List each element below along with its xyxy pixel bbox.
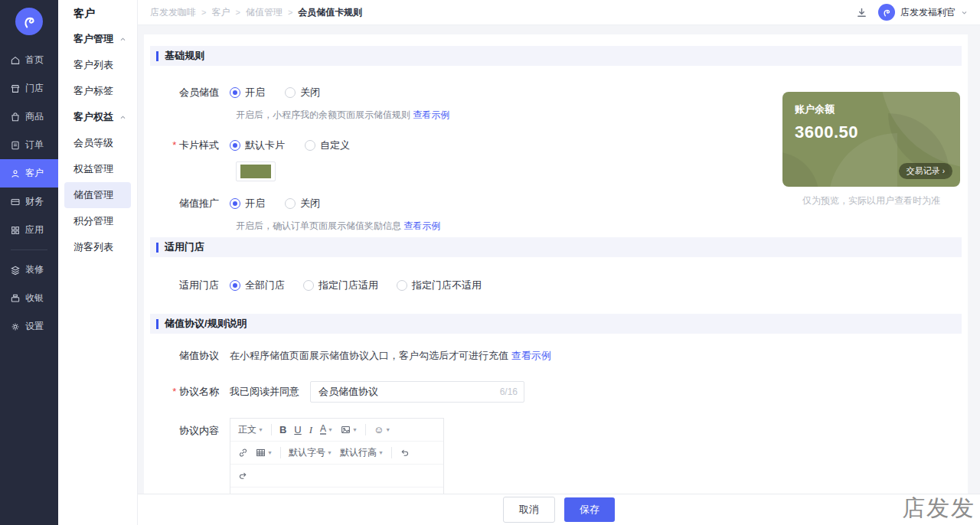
nav-label: 门店 [25,82,44,95]
section-applicable-stores: 适用门店 [150,237,962,257]
breadcrumb-item[interactable]: 客户 [211,6,230,19]
radio-label: 开启 [245,197,265,210]
logo-squiggle-icon [21,13,38,30]
nav-item-products[interactable]: 商品 [0,103,58,131]
content-panel: 基础规则 会员储值 开启 关闭 开启后，小程序我的余额页面展示储值规则 查看示例… [144,34,968,525]
font-size-dropdown[interactable]: 默认字号▼ [289,446,332,459]
radio-member-stored-on[interactable]: 开启 [230,86,265,99]
nav-item-orders[interactable]: 订单 [0,131,58,159]
nav-item-stores[interactable]: 门店 [0,74,58,103]
radio-circle [230,87,240,98]
nav-item-cashier[interactable]: 收银 [0,284,58,312]
submenu-item-label: 储值管理 [74,188,113,202]
card-color-picker[interactable] [236,161,276,181]
caret-down-icon: ▼ [378,450,384,455]
primary-sidebar: 首页 门店 商品 订单 客户 财务 应用 装修 [0,0,58,525]
section-basic-rules: 基础规则 [150,46,962,66]
nav-item-finance[interactable]: 财务 [0,188,58,216]
field-label: 协议名称 [156,385,219,399]
field-applicable-stores: 适用门店 全部门店 指定门店适用 指定门店不适用 [150,279,962,292]
submenu-item-points[interactable]: 积分管理 [58,208,137,234]
card-pattern [782,152,819,187]
submenu-item-visitor-list[interactable]: 游客列表 [58,234,137,260]
breadcrumb-current: 会员储值卡规则 [298,6,362,19]
char-counter: 6/16 [500,386,518,397]
radio-card-default[interactable]: 默认卡片 [230,139,285,152]
caret-down-icon: ▼ [385,427,390,432]
toolbar-divider [280,447,281,458]
nav-item-decorate[interactable]: 装修 [0,256,58,284]
radio-promotion-on[interactable]: 开启 [230,197,265,210]
submenu-item-member-level[interactable]: 会员等级 [58,130,137,156]
section-title: 基础规则 [165,49,204,63]
image-dropdown[interactable]: ▼ [341,425,358,435]
agreement-name-input[interactable] [310,381,524,403]
agreement-prefix: 我已阅读并同意 [230,385,299,399]
radio-exclude-stores[interactable]: 指定门店不适用 [397,279,482,292]
submenu-item-benefit-management[interactable]: 权益管理 [58,156,137,182]
field-agreement-name: 协议名称 我已阅读并同意 6/16 [150,381,962,403]
submenu-item-label: 游客列表 [74,240,113,254]
gear-icon [10,321,21,332]
submenu-item-label: 积分管理 [74,214,113,228]
radio-promotion-off[interactable]: 关闭 [285,197,320,210]
nav-item-settings[interactable]: 设置 [0,312,58,341]
section-accent-bar [156,243,158,253]
font-color-dropdown[interactable]: A▼ [320,425,333,435]
submenu-item-customer-list[interactable]: 客户列表 [58,52,137,78]
main-area: 基础规则 会员储值 开启 关闭 开启后，小程序我的余额页面展示储值规则 查看示例… [138,25,980,525]
submenu-group-customer-management[interactable]: 客户管理 [58,26,137,52]
logo-squiggle-icon [881,7,892,18]
submenu-group-customer-benefits[interactable]: 客户权益 [58,104,137,130]
undo-button[interactable] [400,448,410,458]
preview-note: 仅为预览，实际以用户查看时为准 [782,194,960,207]
cash-register-icon [10,293,21,304]
radio-include-stores[interactable]: 指定门店适用 [303,279,378,292]
radio-card-custom[interactable]: 自定义 [305,139,350,152]
submenu-item-stored-value[interactable]: 储值管理 [64,182,131,208]
paragraph-style-dropdown[interactable]: 正文▼ [238,423,263,436]
helper-text: 开启后，确认订单页面展示储值奖励信息 [236,220,401,231]
submenu-title: 客户 [58,0,137,26]
helper-text: 开启后，小程序我的余额页面展示储值规则 [236,109,410,120]
redo-button[interactable] [238,471,248,481]
view-example-link[interactable]: 查看示例 [511,350,551,361]
caret-down-icon: ▼ [328,427,333,432]
save-button[interactable]: 保存 [564,497,615,522]
field-label: 协议内容 [156,418,219,438]
view-example-link[interactable]: 查看示例 [403,220,440,231]
chevron-up-icon [119,36,126,43]
nav-item-home[interactable]: 首页 [0,46,58,74]
download-button[interactable] [856,7,867,18]
table-dropdown[interactable]: ▼ [256,448,273,458]
radio-member-stored-off[interactable]: 关闭 [285,86,320,99]
view-example-link[interactable]: 查看示例 [413,109,449,120]
balance-amount: 3600.50 [795,122,858,142]
radio-circle [303,280,314,291]
emoji-dropdown[interactable]: ☺▼ [374,424,390,435]
radio-label: 全部门店 [245,279,285,292]
radio-all-stores[interactable]: 全部门店 [230,279,285,292]
nav-label: 订单 [25,139,44,152]
breadcrumb-item[interactable]: 店发发咖啡 [150,6,196,19]
link-button[interactable] [238,448,248,458]
field-label: 卡片样式 [156,139,219,152]
secondary-sidebar: 客户 客户管理 客户列表 客户标签 客户权益 会员等级 权益管理 储值管理 积分… [58,0,138,525]
breadcrumb-item[interactable]: 储值管理 [246,6,283,19]
user-menu[interactable]: 店发发福利官 [878,4,968,21]
radio-circle [397,280,407,291]
section-agreement: 储值协议/规则说明 [150,314,962,334]
nav-item-apps[interactable]: 应用 [0,216,58,244]
bold-button[interactable]: B [279,424,286,435]
nav-item-customers[interactable]: 客户 [0,159,58,188]
section-accent-bar [156,51,158,61]
underline-button[interactable]: U [294,424,301,435]
nav-label: 设置 [25,320,44,333]
line-height-dropdown[interactable]: 默认行高▼ [340,446,384,459]
italic-button[interactable]: I [309,424,312,436]
action-footer: 取消 保存 [138,494,980,525]
submenu-item-customer-tags[interactable]: 客户标签 [58,78,137,104]
balance-preview-card: 账户余额 3600.50 交易记录 › [782,92,960,187]
order-list-icon [10,140,21,151]
cancel-button[interactable]: 取消 [503,497,555,523]
